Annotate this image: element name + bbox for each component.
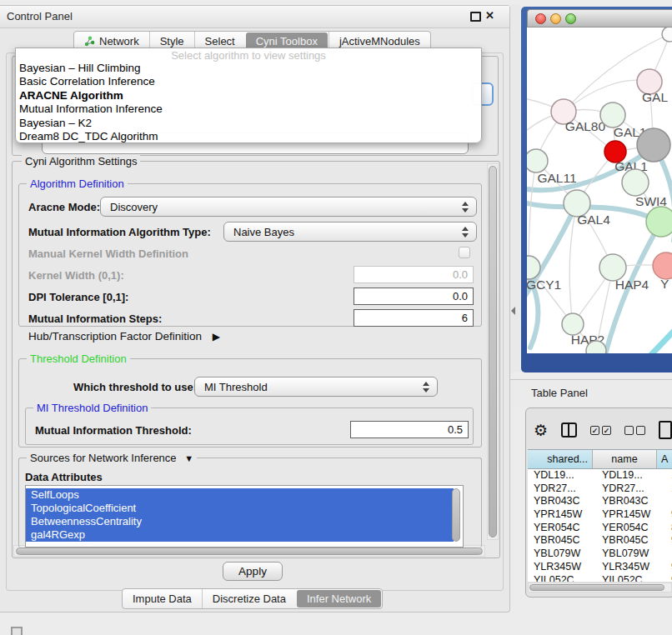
attributes-list-scrollbar-thumb[interactable] [452, 488, 460, 542]
tab-label: Cyni Toolbox [256, 35, 318, 48]
settings-vertical-scrollbar-thumb[interactable] [489, 166, 497, 538]
table-cell: YBR045C [528, 534, 598, 548]
network-node[interactable] [646, 207, 672, 237]
mi-algorithm-type-combobox[interactable]: Naive Bayes [223, 222, 477, 242]
table-cell: YBR043C [598, 495, 667, 508]
data-attributes-list[interactable]: SelfLoopsTopologicalCoefficientBetweenne… [25, 485, 464, 548]
table-cell [667, 548, 672, 561]
network-canvas[interactable]: GALGAL80GAL10GAL1GAL11SWI4GAL4GCY1HAP4YH… [527, 28, 672, 353]
threshold-definition-title: Threshold Definition [27, 352, 130, 365]
split-columns-icon[interactable] [561, 422, 577, 438]
tab-label: Style [160, 35, 184, 48]
network-node-gal10[interactable] [600, 102, 625, 128]
document-icon[interactable] [659, 421, 672, 439]
table-horizontal-scrollbar-thumb[interactable] [529, 584, 664, 591]
divider-collapse-arrow-icon[interactable] [511, 307, 515, 315]
network-node-swi4[interactable] [622, 169, 649, 196]
table-cell: YDL19... [598, 469, 667, 482]
tab-impute-data[interactable]: Impute Data [123, 589, 202, 608]
table-cell: 12 [667, 482, 672, 496]
settings-group-title: Cyni Algorithm Settings [22, 155, 140, 168]
network-node-gal11[interactable] [527, 149, 548, 172]
apply-button[interactable]: Apply [223, 562, 283, 581]
table-cell: YLR345W [528, 561, 598, 574]
dropdown-item[interactable]: Dream8 DC_TDC Algorithm [16, 130, 481, 143]
table-row[interactable]: YBR045CYBR045C9. [528, 534, 672, 548]
minimized-panel-icon[interactable] [11, 627, 23, 635]
network-icon [84, 36, 95, 47]
tab-discretize-data[interactable]: Discretize Data [202, 589, 296, 608]
table-horizontal-scrollbar[interactable] [528, 582, 672, 592]
collapsed-arrow-icon: ▶ [213, 331, 220, 342]
tab-label: Discretize Data [213, 592, 286, 605]
table-panel-title: Table Panel [531, 387, 588, 399]
mi-steps-field[interactable]: 6 [354, 309, 474, 327]
dpi-tolerance-label: DPI Tolerance [0,1]: [28, 291, 128, 303]
table-row[interactable]: YDR27...YDR27...12 [528, 482, 672, 496]
network-edge[interactable] [529, 161, 536, 268]
table-cell: YER054C [598, 522, 667, 535]
table-cell: 9. [667, 561, 672, 574]
combobox-stepper-icon [423, 382, 429, 392]
tab-label: Network [99, 35, 139, 48]
attribute-item[interactable]: BetweennessCentrality [26, 515, 454, 528]
network-edge[interactable] [645, 324, 672, 353]
selected-columns-icon[interactable]: ✓✓ [590, 426, 611, 435]
table-row[interactable]: YBR043CYBR043C [528, 495, 672, 508]
table-row[interactable]: YIL052CYIL052C9 [528, 574, 672, 582]
close-window-icon[interactable] [535, 13, 546, 24]
algorithm-dropdown-list: Bayesian – Hill ClimbingBasic Correlatio… [16, 62, 481, 143]
dpi-tolerance-field[interactable]: 0.0 [354, 288, 474, 305]
table-cell: 9. [667, 534, 672, 548]
mi-threshold-field[interactable]: 0.5 [350, 421, 469, 438]
table-cell [667, 495, 672, 508]
network-node[interactable] [637, 128, 670, 162]
network-view-titlebar[interactable] [527, 9, 672, 28]
panel-title: Control Panel [7, 10, 73, 22]
dropdown-item[interactable]: Bayesian – Hill Climbing [16, 62, 481, 75]
sources-title: Sources for Network Inference [30, 452, 177, 464]
combobox-stepper-icon [462, 202, 469, 212]
table-row[interactable]: YDL19...YDL19...13 [528, 469, 672, 482]
settings-horizontal-scrollbar-thumb[interactable] [16, 548, 483, 555]
network-node-y[interactable] [653, 252, 672, 279]
settings-vertical-scrollbar[interactable] [487, 163, 499, 540]
network-node[interactable] [662, 28, 672, 42]
dropdown-item[interactable]: ARACNE Algorithm [16, 89, 481, 102]
minimize-window-icon[interactable] [550, 13, 561, 24]
column-header[interactable]: shared... [528, 450, 592, 468]
dropdown-item[interactable]: Basic Correlation Inference [16, 75, 481, 88]
aracne-mode-combobox[interactable]: Discovery [100, 197, 477, 217]
table-header-row: shared...nameA [528, 449, 672, 469]
close-icon[interactable]: ✕ [485, 9, 494, 22]
dropdown-item[interactable]: Bayesian – K2 [16, 117, 481, 130]
float-window-icon[interactable] [470, 12, 481, 22]
checkbox-empty-icon [636, 426, 645, 435]
network-graph: GALGAL80GAL10GAL1GAL11SWI4GAL4GCY1HAP4YH… [527, 28, 672, 353]
table-row[interactable]: YBL079WYBL079W [528, 548, 672, 561]
sources-toggle[interactable]: Sources for Network Inference ▼ [27, 452, 197, 464]
attribute-item[interactable]: SelfLoops [26, 488, 454, 502]
tab-label: jActiveMNodules [339, 35, 420, 48]
dropdown-placeholder: Select algorithm to view settings [16, 49, 481, 62]
column-header[interactable]: name [592, 450, 657, 468]
dropdown-item[interactable]: Mutual Information Inference [16, 102, 481, 116]
table-row[interactable]: YER054CYER054C8. [528, 522, 672, 535]
which-threshold-combobox[interactable]: MI Threshold [194, 377, 438, 397]
split-divider[interactable] [510, 5, 521, 372]
hub-definition-toggle[interactable]: Hub/Transcription Factor Definition ▶ [28, 330, 220, 342]
attribute-item[interactable]: gal4RGexp [26, 528, 454, 542]
manual-kernel-width-checkbox[interactable] [459, 247, 470, 258]
unselected-columns-icon[interactable] [624, 426, 645, 435]
attribute-item[interactable]: TopologicalCoefficient [26, 502, 454, 515]
node-label: HAP4 [615, 278, 649, 292]
tab-infer-network[interactable]: Infer Network [297, 590, 381, 608]
checkbox-checked-icon: ✓ [602, 426, 611, 435]
gear-icon[interactable]: ⚙ [534, 422, 548, 438]
zoom-window-icon[interactable] [565, 13, 576, 24]
column-header[interactable]: A [657, 450, 672, 468]
table-row[interactable]: YLR345WYLR345W9. [528, 561, 672, 574]
kernel-width-field[interactable]: 0.0 [354, 266, 474, 283]
table-row[interactable]: YPR145WYPR145W9. [528, 508, 672, 522]
combobox-stepper-icon [462, 227, 469, 238]
